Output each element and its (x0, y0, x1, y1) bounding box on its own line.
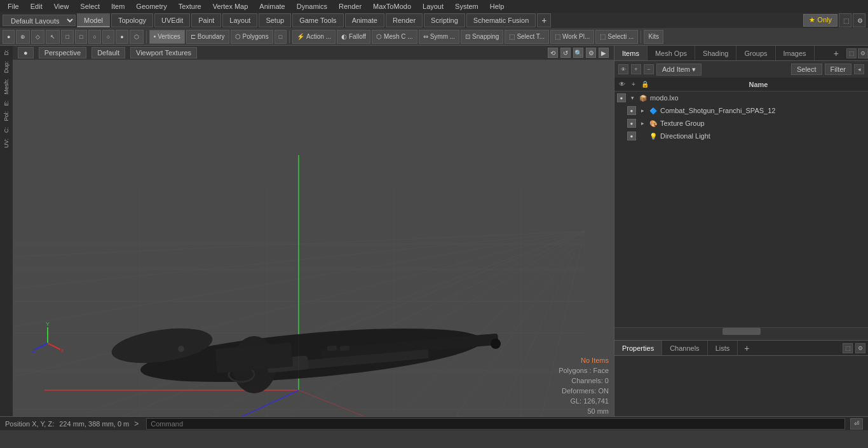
item-expand-modo[interactable]: ▾ (628, 94, 636, 102)
panel-tab-shading[interactable]: Shading (695, 46, 736, 60)
btn-kits[interactable]: Kits (644, 30, 663, 44)
bottom-tab-properties[interactable]: Properties (614, 341, 662, 355)
tab-uvedit[interactable]: UVEdit (154, 13, 190, 27)
bottom-gear-btn[interactable]: ⚙ (855, 343, 865, 353)
vp-textures[interactable]: Viewport Textures (130, 47, 197, 58)
tab-animate[interactable]: Animate (345, 13, 384, 27)
btn-polygons[interactable]: ⬡ Polygons (231, 30, 273, 44)
bottom-tab-lists[interactable]: Lists (708, 341, 738, 355)
tool-pen[interactable]: ◇ (31, 30, 44, 44)
left-label-mesh[interactable]: Mesh: (3, 76, 10, 97)
tool-circle[interactable]: ⊕ (16, 30, 30, 44)
filter-button[interactable]: Filter (825, 64, 851, 75)
item-row-directional-light[interactable]: ● 💡 Directional Light (614, 130, 868, 142)
tab-paint[interactable]: Paint (191, 13, 221, 27)
vp-rotate-btn[interactable]: ↺ (560, 48, 571, 58)
items-vis-btn[interactable]: 👁 (618, 64, 628, 74)
items-header-eye-btn[interactable]: 👁 (617, 79, 627, 90)
vp-perspective[interactable]: Perspective (39, 47, 86, 58)
left-label-c[interactable]: C: (3, 125, 10, 135)
maximize-button[interactable]: ⬚ (839, 13, 851, 27)
select-button[interactable]: Select (791, 64, 822, 75)
tab-topology[interactable]: Topology (111, 13, 153, 27)
btn-mesh-c[interactable]: ⬡ Mesh C ... (372, 30, 417, 44)
tool-ngon[interactable]: ● (116, 30, 128, 44)
menu-geometry[interactable]: Geometry (131, 1, 172, 11)
panel-tab-mesh-ops[interactable]: Mesh Ops (648, 46, 695, 60)
tool-scale[interactable]: □ (75, 30, 87, 44)
item-vis-shotgun[interactable]: ● (627, 106, 636, 115)
tab-game-tools[interactable]: Game Tools (292, 13, 344, 27)
menu-select[interactable]: Select (75, 1, 105, 11)
bottom-expand-btn[interactable]: ⬚ (843, 343, 853, 353)
viewport[interactable]: ● Perspective Default Viewport Textures … (13, 46, 614, 416)
add-item-button[interactable]: Add Item (656, 64, 702, 76)
item-expand-texture[interactable]: ▸ (639, 119, 646, 127)
panel-tab-plus[interactable]: + (829, 48, 844, 58)
menu-edit[interactable]: Edit (25, 1, 48, 11)
tab-model[interactable]: Model (77, 13, 110, 27)
menu-help[interactable]: Help (485, 1, 510, 11)
menu-file[interactable]: File (3, 1, 24, 11)
menu-texture[interactable]: Texture (173, 1, 207, 11)
panel-tab-images[interactable]: Images (776, 46, 815, 60)
btn-snapping[interactable]: ⊡ Snapping (461, 30, 503, 44)
item-row-modo-bxo[interactable]: ● ▾ 📦 modo.lxo (614, 92, 868, 104)
vp-home-btn[interactable]: ⟲ (548, 48, 558, 58)
tool-move[interactable]: ○ (102, 30, 114, 44)
item-expand-shotgun[interactable]: ▸ (639, 107, 646, 114)
viewport-canvas[interactable]: Y Z X No Items Polygons : Face Channels:… (13, 60, 614, 416)
menu-system[interactable]: System (450, 1, 484, 11)
items-header-add-btn[interactable]: + (628, 79, 639, 90)
left-label-e[interactable]: E: (3, 98, 10, 109)
panel-gear-btn[interactable]: ⚙ (858, 48, 868, 58)
btn-falloff[interactable]: ◐ Falloff (337, 30, 370, 44)
left-label-d[interactable]: D: (3, 47, 10, 58)
tab-layout[interactable]: Layout (222, 13, 257, 27)
vp-toggle-btn[interactable]: ● (18, 47, 34, 58)
command-input[interactable] (146, 418, 845, 430)
layout-settings-button[interactable]: ⚙ (853, 13, 865, 27)
item-vis-texture[interactable]: ● (627, 119, 636, 128)
tab-scripting[interactable]: Scripting (424, 13, 465, 27)
tool-select-vertices[interactable]: ● (3, 30, 15, 44)
menu-view[interactable]: View (49, 1, 74, 11)
menu-dynamics[interactable]: Dynamics (292, 1, 332, 11)
item-row-texture-group[interactable]: ● ▸ 🎨 Texture Group (614, 117, 868, 130)
menu-item[interactable]: Item (106, 1, 130, 11)
btn-select-t[interactable]: ⬚ Select T... (505, 30, 549, 44)
panel-tab-groups[interactable]: Groups (736, 46, 775, 60)
tool-transform[interactable]: □ (61, 30, 73, 44)
btn-vertices[interactable]: • Vertices (149, 30, 185, 44)
bottom-tab-plus[interactable]: + (739, 343, 754, 353)
tab-render[interactable]: Render (386, 13, 423, 27)
btn-work-pl[interactable]: ⬚ Work Pl... (550, 30, 594, 44)
btn-mesh-component[interactable]: □ (275, 30, 287, 44)
item-vis-modo[interactable]: ● (617, 93, 626, 102)
btn-symm[interactable]: ⇔ Symm ... (419, 30, 459, 44)
items-delete-btn[interactable]: − (644, 64, 654, 74)
add-layout-button[interactable]: + (537, 13, 551, 27)
panel-resize-handle[interactable] (614, 335, 868, 340)
left-label-uv[interactable]: UV: (3, 136, 10, 151)
items-scrollbar[interactable] (614, 327, 868, 335)
vp-zoom-btn[interactable]: 🔍 (573, 48, 583, 58)
tool-rotate[interactable]: ○ (88, 30, 100, 44)
panel-expand-btn[interactable]: ⬚ (846, 48, 857, 58)
btn-selecti[interactable]: ⬚ Selecti ... (595, 30, 638, 44)
left-label-pol[interactable]: Pol: (3, 109, 10, 124)
item-row-shotgun[interactable]: ● ▸ 🔷 Combat_Shotgun_Franchi_SPAS_12 (614, 104, 868, 117)
bottom-tab-channels[interactable]: Channels (662, 341, 707, 355)
panel-tab-items[interactable]: Items (614, 46, 648, 60)
tab-schematic-fusion[interactable]: Schematic Fusion (466, 13, 536, 27)
vp-settings-btn[interactable]: ⚙ (586, 48, 596, 58)
item-vis-light[interactable]: ● (627, 132, 636, 140)
btn-action[interactable]: ⚡ Action ... (292, 30, 336, 44)
layout-dropdown[interactable]: Default Layouts (3, 15, 76, 26)
items-collapse-btn[interactable]: ◂ (854, 64, 864, 74)
btn-boundary[interactable]: ⊏ Boundary (186, 30, 229, 44)
vp-default[interactable]: Default (92, 47, 125, 58)
menu-vertex-map[interactable]: Vertex Map (208, 1, 254, 11)
menu-layout[interactable]: Layout (417, 1, 449, 11)
vp-play-btn[interactable]: ▶ (599, 48, 609, 58)
